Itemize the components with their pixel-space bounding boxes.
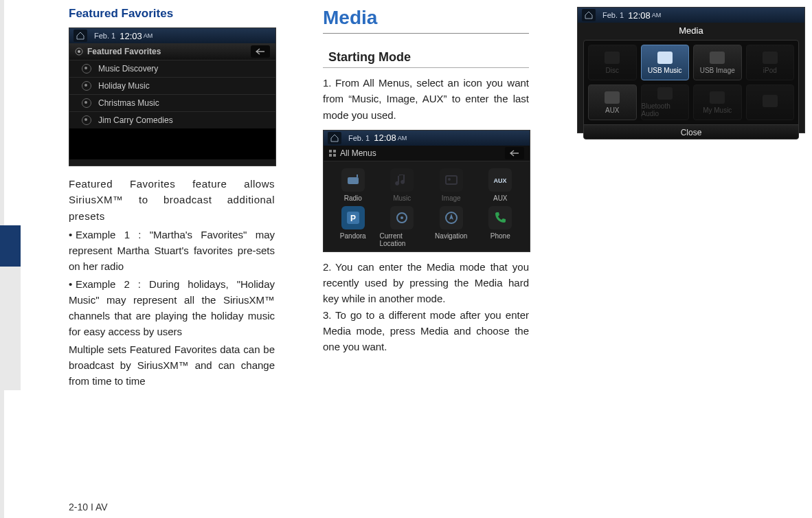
- ampm-label: AM: [652, 12, 662, 19]
- bullet-text: Example 1 : "Martha's Favorites" may rep…: [69, 229, 275, 273]
- step-item: 3.To go to a different mode after you en…: [323, 307, 529, 355]
- list-item: Christmas Music: [69, 94, 275, 111]
- bullet-item: •Example 1 : "Martha's Favorites" may re…: [69, 227, 275, 275]
- svg-rect-2: [329, 150, 332, 153]
- status-bar: Feb. 1 12:03 AM: [69, 28, 275, 43]
- step-item: 1.From All Menus, select an icon you wan…: [323, 75, 529, 123]
- tile-label: Bluetooth Audio: [642, 102, 689, 117]
- preset-icon: [82, 98, 91, 108]
- tile-icon: [605, 91, 620, 104]
- tile-icon: [657, 87, 673, 100]
- clock-label: 12:03: [120, 31, 142, 41]
- radio-icon: [341, 168, 365, 192]
- svg-rect-6: [348, 177, 359, 184]
- phone-icon: [488, 206, 512, 229]
- preset-icon: [82, 115, 91, 125]
- svg-text:AUX: AUX: [494, 177, 507, 184]
- step-text: From All Menus, select an icon you want …: [323, 77, 529, 121]
- menu-item-label: Radio: [344, 194, 362, 202]
- menu-item-label: Image: [442, 194, 461, 202]
- tile-label: My Music: [703, 106, 732, 114]
- media-tile-disc: Disc: [588, 45, 637, 80]
- bullet-text: Example 2 : During holidays, "Holiday Mu…: [69, 278, 275, 338]
- svg-rect-5: [333, 154, 336, 157]
- clock-label: 12:08: [374, 133, 396, 143]
- list-item-label: Jim Carry Comedies: [98, 115, 173, 125]
- status-bar: Feb. 1 12:08 AM: [578, 8, 804, 23]
- popup-title: Media: [578, 23, 804, 37]
- media-tile-usb-music: USB Music: [641, 45, 690, 80]
- tile-label: USB Music: [648, 67, 681, 74]
- list-item: Holiday Music: [69, 77, 275, 94]
- list-item-label: Christmas Music: [98, 98, 159, 108]
- column-media-popup: Feb. 1 12:08 AM Media DiscUSB MusicUSB I…: [577, 7, 804, 392]
- svg-text:P: P: [350, 214, 356, 223]
- back-icon: [251, 45, 270, 58]
- ampm-label: AM: [144, 32, 153, 39]
- current-location-icon: [390, 206, 414, 229]
- step-text: To go to a different mode after you ente…: [323, 309, 529, 353]
- clock-label: 12:08: [628, 10, 651, 21]
- tile-icon: [763, 95, 778, 107]
- menu-item-label: Phone: [490, 232, 510, 240]
- list-title: Featured Favorites: [87, 47, 161, 56]
- pandora-icon: P: [341, 206, 365, 229]
- paragraph: Featured Favorites feature allows Sirius…: [69, 176, 275, 224]
- svg-rect-8: [446, 176, 457, 184]
- screenshot-featured-favorites: Feb. 1 12:03 AM Featured Favorites Music…: [69, 27, 276, 166]
- preset-icon: [82, 81, 91, 91]
- navigation-icon: [440, 206, 463, 229]
- date-label: Feb. 1: [348, 134, 370, 142]
- tile-label: iPod: [763, 67, 777, 74]
- heading-starting-mode: Starting Mode: [323, 47, 529, 68]
- screenshot-media-popup: Feb. 1 12:08 AM Media DiscUSB MusicUSB I…: [577, 7, 805, 133]
- tile-icon: [710, 52, 725, 64]
- svg-point-14: [401, 216, 403, 219]
- svg-point-9: [448, 178, 451, 181]
- ampm-label: AM: [398, 135, 407, 142]
- svg-rect-4: [329, 154, 332, 157]
- status-bar: Feb. 1 12:08 AM: [324, 131, 530, 146]
- home-icon: [582, 9, 596, 21]
- media-tile-ipod: iPod: [746, 45, 795, 80]
- menu-item-label: Current Location: [380, 232, 425, 247]
- grid-icon: [329, 150, 336, 157]
- menu-item-pandora: PPandora: [330, 206, 376, 247]
- menu-item-navigation: Navigation: [429, 206, 474, 247]
- menu-item-phone: Phone: [478, 206, 523, 247]
- music-icon: [390, 168, 414, 192]
- media-tile-aux: AUX: [588, 85, 637, 120]
- bullet-item: •Example 2 : During holidays, "Holiday M…: [69, 276, 275, 340]
- column-featured-favorites: Featured Favorites Feb. 1 12:03 AM Featu…: [69, 7, 275, 392]
- home-icon: [74, 30, 87, 42]
- screen-title-bar: All Menus: [324, 146, 530, 161]
- menu-item-label: AUX: [493, 194, 508, 202]
- media-tile-my-music: My Music: [693, 85, 742, 120]
- list-header: Featured Favorites: [69, 43, 275, 60]
- menu-item-image: Image: [429, 168, 474, 202]
- menu-item-label: Navigation: [435, 232, 467, 240]
- screen-title: All Menus: [340, 148, 376, 158]
- star-icon: [75, 47, 83, 56]
- list-item: Music Discovery: [69, 60, 275, 77]
- media-tile-usb-image: USB Image: [693, 45, 742, 80]
- svg-point-1: [78, 50, 80, 53]
- paragraph: Multiple sets Featured Favorites data ca…: [69, 341, 275, 390]
- date-label: Feb. 1: [94, 32, 115, 40]
- menu-item-music: Music: [380, 168, 425, 202]
- tile-label: Disc: [606, 67, 619, 74]
- tile-icon: [657, 52, 673, 64]
- tile-label: USB Image: [700, 67, 735, 74]
- step-text: You can enter the Media mode that you re…: [323, 261, 529, 305]
- tile-icon: [763, 52, 778, 64]
- tile-icon: [605, 52, 620, 64]
- page-footer: 2-10 I AV: [69, 502, 108, 513]
- heading-media: Media: [323, 7, 529, 34]
- media-tile-bluetooth-audio: Bluetooth Audio: [641, 85, 690, 120]
- screenshot-all-menus: Feb. 1 12:08 AM All Menus RadioMusicImag…: [323, 130, 530, 252]
- menu-item-aux: AUXAUX: [478, 168, 523, 202]
- svg-rect-3: [333, 150, 336, 153]
- tile-label: AUX: [605, 106, 620, 114]
- side-tab-strip: [0, 0, 25, 518]
- back-icon: [505, 147, 524, 159]
